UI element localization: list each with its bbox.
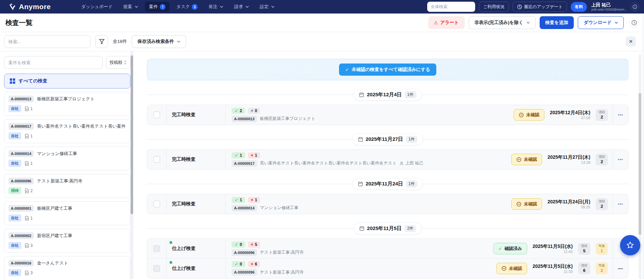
user-menu[interactable]: 上田 祐己 yuki.ueta+33333@anym...	[591, 2, 627, 11]
document-icon	[25, 134, 29, 138]
list-search-input[interactable]	[4, 35, 91, 48]
project-tag: 招待	[8, 187, 21, 194]
project-card[interactable]: A-00000017長い案件名テスト長い案件名テスト長い案件...自社1	[4, 119, 130, 143]
minus-circle-icon	[516, 202, 521, 207]
nav-item-3[interactable]: タスク1	[172, 2, 202, 12]
nav-item-4[interactable]: 発注	[204, 2, 227, 12]
project-name: 板橋区新築工事プロジェクト	[260, 116, 315, 122]
status-badge[interactable]: ✓確認済み	[493, 243, 527, 254]
photos-label: 写真	[596, 263, 608, 268]
recent-updates-button[interactable]: 最近のアップデート	[513, 2, 567, 12]
page-scrollbar[interactable]	[642, 14, 644, 279]
close-filter-button[interactable]: ✕	[626, 36, 636, 47]
project-card[interactable]: A-00000002新宿区戸建て工事自社3	[4, 229, 130, 253]
hide-completed-dropdown[interactable]: 非表示(完工済み)を除く	[469, 16, 536, 29]
sort-order-dropdown[interactable]: 投稿順	[106, 56, 130, 69]
items-label: 項目	[578, 244, 590, 248]
project-id-badge: A-00000013	[8, 96, 34, 102]
project-name: 金一さんテスト	[37, 260, 69, 266]
project-list: A-00000013板橋区新築工事プロジェクト自社1A-00000017長い案件…	[4, 92, 130, 279]
fail-count-badge: ×6	[248, 261, 260, 267]
row-checkbox[interactable]	[153, 201, 160, 207]
inspection-row[interactable]: 完工時検査✓1×1A-00000017長い案件名テスト長い案件名テスト長い案件名…	[147, 150, 628, 169]
row-checkbox-cell	[147, 194, 166, 214]
sidebar-scrollbar[interactable]	[130, 51, 133, 279]
project-card-meta: 自社3	[8, 242, 126, 249]
project-card[interactable]: A-00000013板橋区新築工事プロジェクト自社1	[4, 92, 130, 116]
project-card[interactable]: A-00000016金一さんテスト自社3	[4, 256, 130, 279]
brand-logo[interactable]: Anymore	[9, 3, 51, 11]
nav-item-2[interactable]: 案件!	[145, 2, 170, 12]
status-badge[interactable]: 未確認	[511, 154, 542, 165]
group-count-badge: 1件	[406, 180, 418, 187]
row-checkbox[interactable]	[153, 265, 160, 272]
nav-item-label: 請求	[234, 4, 243, 10]
global-search-input[interactable]	[427, 2, 475, 12]
row-checkbox-cell	[147, 150, 166, 169]
date-group-header: 2025年11月27日1件	[147, 134, 628, 145]
project-tag: 自社	[8, 242, 21, 249]
row-time: 07:09	[550, 116, 590, 121]
minimize-button[interactable]: —	[613, 259, 628, 278]
row-checkbox[interactable]	[153, 111, 160, 118]
calendar-icon	[359, 226, 364, 231]
items-label: 項目	[578, 263, 590, 268]
star-icon	[626, 241, 635, 250]
row-menu-button[interactable]: •••	[613, 150, 628, 169]
nav-item-5[interactable]: 請求	[230, 2, 253, 12]
nav-item-label: 案件	[149, 4, 158, 10]
project-search-input[interactable]	[4, 56, 103, 69]
confirm-all-button[interactable]: ✓ 未確認の検査をすべて確認済みにする	[339, 64, 436, 76]
filter-button[interactable]	[95, 35, 108, 48]
sidebar-item-all-inspections[interactable]: すべての検査	[4, 74, 130, 88]
row-time: 13:28	[547, 160, 590, 165]
inspection-count: 2	[25, 188, 33, 193]
download-dropdown[interactable]: ダウンロード	[578, 16, 624, 29]
row-date: 2025年12月4日(木)	[550, 110, 590, 115]
row-checkbox[interactable]	[153, 245, 160, 252]
favorite-fab-button[interactable]	[620, 235, 640, 255]
row-menu-button[interactable]: •••	[613, 194, 628, 214]
nav-item-label: ダッシュボード	[81, 4, 113, 10]
nav-item-1[interactable]: 提案	[119, 2, 142, 12]
project-card[interactable]: A-00000001板橋区戸建て工事自社1	[4, 201, 130, 225]
document-icon	[25, 216, 29, 221]
add-inspection-button[interactable]: 検査を追加	[540, 16, 574, 29]
usage-button[interactable]: ご利用状況	[479, 2, 509, 12]
project-card-meta: 自社1	[8, 105, 126, 112]
project-id-badge: A-00000014	[8, 150, 34, 157]
project-card[interactable]: A-00000096テスト新築工事:高円寺招待2	[4, 174, 130, 198]
inspection-count-value: 3	[30, 271, 33, 275]
history-clock-button[interactable]	[630, 18, 639, 27]
sort-icon	[124, 60, 127, 65]
status-badge[interactable]: 未確認	[496, 263, 527, 274]
status-badge[interactable]: 未確認	[511, 198, 542, 210]
items-count-badge: 項目2	[596, 154, 608, 166]
status-badge[interactable]: 未確認	[514, 109, 544, 121]
inspection-row[interactable]: 完工時検査✓2×0A-00000013板橋区新築工事プロジェクト未確認2025年…	[147, 105, 628, 125]
inspection-type-cell: 完工時検査	[166, 150, 226, 169]
inspection-row[interactable]: 完工時検査✓1×1A-00000014マンション修繕工事未確認2025年11月2…	[147, 194, 628, 214]
pass-count-badge: ✓0	[232, 261, 245, 267]
saved-filters-dropdown[interactable]: 保存済み検索条件	[132, 35, 186, 48]
project-card[interactable]: A-00000014マンション修繕工事自社1	[4, 147, 130, 171]
inspection-row[interactable]: 仕上げ検査✓0×5A-00000096テスト新築工事:高円寺✓確認済み2025年…	[147, 239, 628, 258]
row-menu-button[interactable]: •••	[613, 105, 628, 125]
project-name: テスト新築工事:高円寺	[37, 178, 83, 184]
check-icon: ✓	[345, 67, 349, 72]
items-count-badge: 項目2	[596, 109, 608, 121]
document-icon	[25, 271, 29, 275]
inspection-list-panel: ✓ 未確認の検査をすべて確認済みにする 2025年12月4日1件完工時検査✓2×…	[133, 51, 644, 279]
row-datetime: 2025年11月5日(水)11:42	[533, 243, 573, 254]
inspection-row[interactable]: 仕上げ検査✓0×6A-00000096テスト新築工事:高円寺未確認2025年11…	[147, 258, 628, 278]
nav-item-6[interactable]: 設定	[256, 2, 279, 12]
inspection-type: 仕上げ検査	[172, 265, 196, 272]
alert-button[interactable]: ⚠アラート	[428, 16, 465, 29]
group-count-badge: 1件	[405, 91, 416, 98]
minus-circle-icon	[501, 266, 507, 271]
row-checkbox[interactable]	[153, 156, 160, 163]
info-button[interactable]	[630, 2, 639, 11]
inspection-group-card: 仕上げ検査✓0×5A-00000096テスト新築工事:高円寺✓確認済み2025年…	[147, 238, 628, 278]
nav-item-0[interactable]: ダッシュボード	[77, 2, 117, 12]
page-title: 検査一覧	[5, 18, 32, 27]
